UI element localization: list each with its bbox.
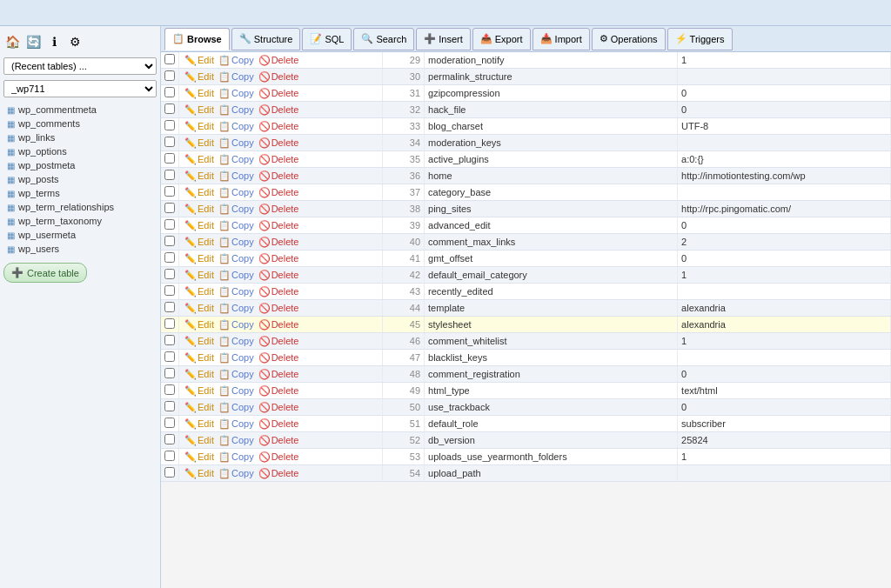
copy-button[interactable]: 📋 Copy — [217, 237, 256, 248]
row-checkbox[interactable] — [164, 269, 175, 279]
edit-button[interactable]: ✏️ Edit — [183, 435, 216, 446]
delete-button[interactable]: 🚫 Delete — [257, 88, 301, 99]
copy-button[interactable]: 📋 Copy — [217, 435, 256, 446]
delete-button[interactable]: 🚫 Delete — [257, 220, 301, 231]
copy-button[interactable]: 📋 Copy — [217, 220, 256, 231]
copy-button[interactable]: 📋 Copy — [217, 154, 256, 165]
row-checkbox[interactable] — [164, 252, 175, 263]
edit-button[interactable]: ✏️ Edit — [183, 170, 216, 182]
edit-button[interactable]: ✏️ Edit — [183, 369, 216, 380]
tab-import[interactable]: 📥Import — [533, 28, 590, 50]
delete-button[interactable]: 🚫 Delete — [257, 385, 301, 397]
row-checkbox[interactable] — [164, 467, 175, 478]
row-checkbox[interactable] — [164, 335, 175, 345]
sidebar-item-wp_postmeta[interactable]: ▦wp_postmeta — [3, 158, 157, 172]
sidebar-item-wp_term_taxonomy[interactable]: ▦wp_term_taxonomy — [3, 214, 157, 228]
tab-search[interactable]: 🔍Search — [353, 28, 414, 50]
row-checkbox[interactable] — [164, 104, 175, 114]
sidebar-item-wp_terms[interactable]: ▦wp_terms — [3, 186, 157, 200]
copy-button[interactable]: 📋 Copy — [217, 303, 256, 314]
edit-button[interactable]: ✏️ Edit — [183, 418, 216, 430]
copy-button[interactable]: 📋 Copy — [217, 336, 256, 347]
edit-button[interactable]: ✏️ Edit — [183, 104, 216, 116]
delete-button[interactable]: 🚫 Delete — [257, 270, 301, 281]
copy-button[interactable]: 📋 Copy — [217, 286, 256, 297]
copy-button[interactable]: 📋 Copy — [217, 253, 256, 264]
delete-button[interactable]: 🚫 Delete — [257, 435, 301, 446]
delete-button[interactable]: 🚫 Delete — [257, 71, 301, 83]
edit-button[interactable]: ✏️ Edit — [183, 55, 216, 66]
copy-button[interactable]: 📋 Copy — [217, 137, 256, 149]
row-checkbox[interactable] — [164, 203, 175, 213]
delete-button[interactable]: 🚫 Delete — [257, 253, 301, 264]
tab-sql[interactable]: 📝SQL — [302, 28, 352, 50]
edit-button[interactable]: ✏️ Edit — [183, 154, 216, 165]
edit-button[interactable]: ✏️ Edit — [183, 88, 216, 99]
sidebar-item-wp_options[interactable]: ▦wp_options — [3, 144, 157, 158]
delete-button[interactable]: 🚫 Delete — [257, 451, 301, 463]
refresh-icon[interactable]: 🔄 — [24, 33, 42, 50]
sidebar-item-wp_links[interactable]: ▦wp_links — [3, 130, 157, 144]
data-table-wrapper[interactable]: ✏️ Edit 📋 Copy 🚫 Delete 29 moderation_no… — [161, 52, 891, 588]
info-icon[interactable]: ℹ — [45, 33, 63, 50]
row-checkbox[interactable] — [164, 368, 175, 378]
tab-structure[interactable]: 🔧Structure — [231, 28, 301, 50]
delete-button[interactable]: 🚫 Delete — [257, 137, 301, 149]
copy-button[interactable]: 📋 Copy — [217, 402, 256, 413]
row-checkbox[interactable] — [164, 120, 175, 130]
edit-button[interactable]: ✏️ Edit — [183, 336, 216, 347]
row-checkbox[interactable] — [164, 418, 175, 428]
delete-button[interactable]: 🚫 Delete — [257, 104, 301, 116]
edit-button[interactable]: ✏️ Edit — [183, 237, 216, 248]
row-checkbox[interactable] — [164, 451, 175, 461]
row-checkbox[interactable] — [164, 351, 175, 362]
delete-button[interactable]: 🚫 Delete — [257, 154, 301, 165]
copy-button[interactable]: 📋 Copy — [217, 71, 256, 83]
home-icon[interactable]: 🏠 — [3, 33, 21, 50]
row-checkbox[interactable] — [164, 302, 175, 312]
copy-button[interactable]: 📋 Copy — [217, 270, 256, 281]
delete-button[interactable]: 🚫 Delete — [257, 204, 301, 215]
copy-button[interactable]: 📋 Copy — [217, 88, 256, 99]
edit-button[interactable]: ✏️ Edit — [183, 319, 216, 331]
delete-button[interactable]: 🚫 Delete — [257, 468, 301, 479]
edit-button[interactable]: ✏️ Edit — [183, 71, 216, 83]
tab-operations[interactable]: ⚙Operations — [592, 28, 666, 50]
edit-button[interactable]: ✏️ Edit — [183, 187, 216, 198]
row-checkbox[interactable] — [164, 384, 175, 395]
edit-button[interactable]: ✏️ Edit — [183, 451, 216, 463]
sidebar-item-wp_term_relationships[interactable]: ▦wp_term_relationships — [3, 200, 157, 214]
edit-button[interactable]: ✏️ Edit — [183, 270, 216, 281]
delete-button[interactable]: 🚫 Delete — [257, 336, 301, 347]
edit-button[interactable]: ✏️ Edit — [183, 253, 216, 264]
copy-button[interactable]: 📋 Copy — [217, 385, 256, 397]
copy-button[interactable]: 📋 Copy — [217, 468, 256, 479]
copy-button[interactable]: 📋 Copy — [217, 187, 256, 198]
copy-button[interactable]: 📋 Copy — [217, 204, 256, 215]
row-checkbox[interactable] — [164, 434, 175, 444]
copy-button[interactable]: 📋 Copy — [217, 170, 256, 182]
copy-button[interactable]: 📋 Copy — [217, 104, 256, 116]
delete-button[interactable]: 🚫 Delete — [257, 319, 301, 331]
delete-button[interactable]: 🚫 Delete — [257, 187, 301, 198]
delete-button[interactable]: 🚫 Delete — [257, 303, 301, 314]
database-select[interactable]: _wp711 — [3, 80, 157, 97]
delete-button[interactable]: 🚫 Delete — [257, 352, 301, 364]
delete-button[interactable]: 🚫 Delete — [257, 286, 301, 297]
edit-button[interactable]: ✏️ Edit — [183, 303, 216, 314]
row-checkbox[interactable] — [164, 236, 175, 246]
row-checkbox[interactable] — [164, 285, 175, 296]
delete-button[interactable]: 🚫 Delete — [257, 402, 301, 413]
row-checkbox[interactable] — [164, 219, 175, 230]
sidebar-item-wp_comments[interactable]: ▦wp_comments — [3, 117, 157, 130]
edit-button[interactable]: ✏️ Edit — [183, 286, 216, 297]
delete-button[interactable]: 🚫 Delete — [257, 55, 301, 66]
copy-button[interactable]: 📋 Copy — [217, 369, 256, 380]
tab-browse[interactable]: 📋Browse — [164, 28, 230, 50]
edit-button[interactable]: ✏️ Edit — [183, 385, 216, 397]
delete-button[interactable]: 🚫 Delete — [257, 369, 301, 380]
copy-button[interactable]: 📋 Copy — [217, 319, 256, 331]
copy-button[interactable]: 📋 Copy — [217, 55, 256, 66]
edit-button[interactable]: ✏️ Edit — [183, 220, 216, 231]
row-checkbox[interactable] — [164, 87, 175, 97]
